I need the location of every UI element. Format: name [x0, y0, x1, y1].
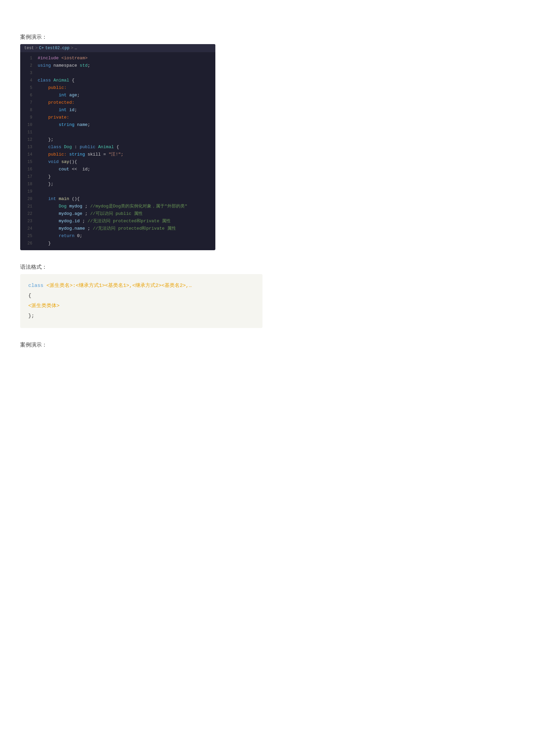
code-line: 3: [20, 70, 215, 77]
line-content: int id;: [38, 107, 77, 114]
line-number: 19: [23, 188, 32, 195]
code-line: 26 }: [20, 240, 215, 248]
line-number: 4: [23, 77, 32, 84]
code-line: 5 public:: [20, 85, 215, 92]
line-content: class Animal {: [38, 77, 74, 84]
code-line: 15 void say(){: [20, 159, 215, 166]
line-content: Dog mydog ; //mydog是Dog类的实例化对象，属于"外部的类": [38, 203, 187, 210]
breadcrumb-file: test02.cpp: [45, 46, 69, 51]
line-number: 21: [23, 203, 32, 210]
code-line: 8 int id;: [20, 107, 215, 114]
code-line: 24 mydog.name ; //无法访问 protected和private…: [20, 225, 215, 233]
line-number: 20: [23, 196, 32, 202]
line-number: 26: [23, 240, 32, 247]
line-number: 10: [23, 122, 32, 128]
code-line: 6 int age;: [20, 92, 215, 99]
code-line: 16 cout << id;: [20, 166, 215, 173]
syntax-class-body1: <派生类名>:<继承方式1><基类名1>,<继承方式2><基类名2>,…: [46, 283, 192, 289]
code-line: 12 };: [20, 136, 215, 144]
line-number: 24: [23, 225, 32, 232]
syntax-line2: {: [28, 291, 254, 301]
syntax-line4: };: [28, 311, 254, 321]
breadcrumb-sep1: >: [35, 46, 38, 51]
line-number: 25: [23, 233, 32, 239]
line-content: cout << id;: [38, 166, 90, 173]
code-line: 25 return 0;: [20, 233, 215, 240]
code-line: 10 string name;: [20, 122, 215, 129]
syntax-brace-open: {: [28, 293, 31, 299]
line-content: [38, 70, 40, 77]
code-line: 14 public: string skill = "汪!";: [20, 151, 215, 159]
syntax-line1: class <派生类名>:<继承方式1><基类名1>,<继承方式2><基类名2>…: [28, 281, 254, 291]
line-content: mydog.age ; //可以访问 public 属性: [38, 210, 143, 218]
line-number: 3: [23, 70, 32, 76]
line-content: void say(){: [38, 159, 77, 166]
code-line: 18 };: [20, 181, 215, 188]
breadcrumb-ellipsis: …: [75, 46, 77, 51]
code-line: 19: [20, 188, 215, 196]
code-line: 20 int main (){: [20, 196, 215, 203]
code-editor: test > C+ test02.cpp > … 1#include <iost…: [20, 44, 215, 250]
line-content: #include <iostream>: [38, 55, 87, 62]
line-content: class Dog : public Animal {: [38, 144, 119, 151]
code-line: 9 private:: [20, 114, 215, 122]
code-breadcrumb: test > C+ test02.cpp > …: [20, 44, 215, 52]
section1-label: 案例演示：: [20, 34, 514, 41]
line-number: 11: [23, 129, 32, 136]
page-container: 案例演示： test > C+ test02.cpp > … 1#include…: [20, 34, 514, 349]
line-content: public:: [38, 85, 67, 92]
syntax-class-kw: class: [28, 283, 43, 289]
code-line: 1#include <iostream>: [20, 55, 215, 62]
line-number: 5: [23, 85, 32, 91]
breadcrumb-test: test: [24, 46, 34, 51]
line-content: };: [38, 136, 54, 143]
code-line: 11: [20, 129, 215, 136]
line-content: [38, 129, 40, 136]
line-content: };: [38, 181, 54, 188]
line-content: mydog.id ; //无法访问 protected和private 属性: [38, 218, 171, 225]
line-content: int main (){: [38, 196, 80, 203]
code-line: 22 mydog.age ; //可以访问 public 属性: [20, 210, 215, 218]
line-number: 6: [23, 92, 32, 99]
code-body: 1#include <iostream>2using namespace std…: [20, 52, 215, 250]
section2-label: 语法格式：: [20, 264, 514, 271]
line-number: 22: [23, 210, 32, 217]
line-content: [38, 188, 40, 195]
breadcrumb-c: C+: [39, 46, 44, 51]
code-line: 7 protected:: [20, 99, 215, 107]
line-content: }: [38, 173, 51, 180]
code-line: 13 class Dog : public Animal {: [20, 144, 215, 151]
syntax-body-placeholder: <派生类类体>: [28, 303, 60, 309]
line-number: 16: [23, 166, 32, 173]
line-content: protected:: [38, 99, 74, 106]
line-content: return 0;: [38, 233, 82, 240]
line-number: 2: [23, 62, 32, 69]
line-content: public: string skill = "汪!";: [38, 151, 123, 158]
line-number: 9: [23, 114, 32, 121]
code-line: 21 Dog mydog ; //mydog是Dog类的实例化对象，属于"外部的…: [20, 203, 215, 210]
line-content: int age;: [38, 92, 80, 99]
line-content: using namespace std;: [38, 62, 90, 69]
code-line: 17 }: [20, 173, 215, 181]
line-content: }: [38, 240, 51, 247]
line-number: 8: [23, 107, 32, 113]
code-line: 4class Animal {: [20, 77, 215, 85]
code-line: 23 mydog.id ; //无法访问 protected和private 属…: [20, 218, 215, 225]
line-content: private:: [38, 114, 69, 121]
line-content: mydog.name ; //无法访问 protected和private 属性: [38, 225, 176, 232]
line-number: 13: [23, 144, 32, 151]
line-number: 15: [23, 159, 32, 165]
line-number: 7: [23, 99, 32, 106]
section3-label: 案例演示：: [20, 341, 514, 349]
syntax-line3: <派生类类体>: [28, 301, 254, 311]
line-number: 23: [23, 218, 32, 225]
line-content: string name;: [38, 122, 90, 129]
breadcrumb-sep2: >: [71, 46, 73, 51]
syntax-brace-close: };: [28, 313, 34, 319]
line-number: 12: [23, 136, 32, 143]
code-line: 2using namespace std;: [20, 62, 215, 70]
line-number: 17: [23, 173, 32, 180]
line-number: 18: [23, 181, 32, 188]
syntax-block: class <派生类名>:<继承方式1><基类名1>,<继承方式2><基类名2>…: [20, 274, 262, 328]
line-number: 14: [23, 151, 32, 158]
